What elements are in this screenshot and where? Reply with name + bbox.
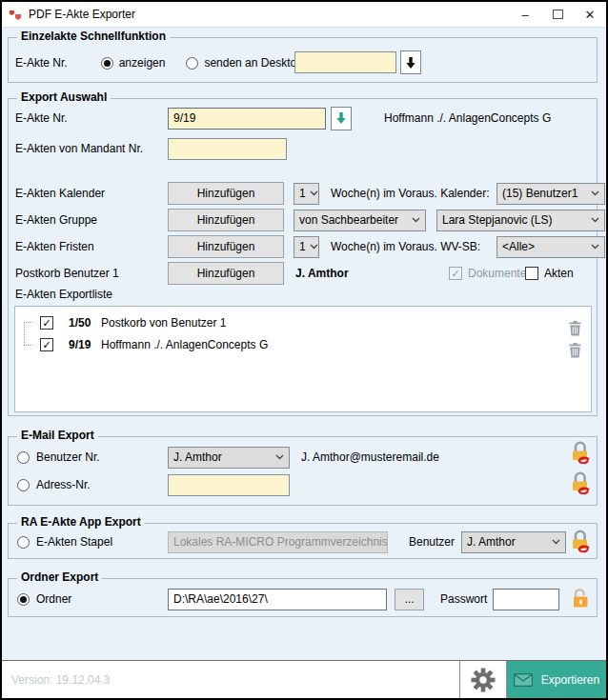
group-einzelakte-schnellfunktion: Einzelakte Schnellfunktion E-Akte Nr. an…	[8, 37, 598, 83]
case-name-text: Hoffmann ./. AnlagenConcepts G	[384, 111, 551, 125]
version-text: Version: 19.12.04.3	[2, 661, 459, 698]
quick-go-button[interactable]	[400, 50, 421, 74]
minimize-icon: –	[521, 8, 528, 22]
email-adress-lock-icon	[570, 469, 592, 500]
kalender-user-select[interactable]: (15) Benutzer1	[497, 183, 605, 205]
chevron-down-icon	[591, 244, 599, 250]
senden-an-desktop-radio[interactable]	[186, 57, 198, 70]
list-item[interactable]: ✓ 1/50 Postkorb von Benutzer 1	[15, 312, 591, 333]
exportliste-listbox[interactable]: ✓ 1/50 Postkorb von Benutzer 1 ✓ 9/19 H	[14, 306, 592, 412]
minimize-button[interactable]: –	[509, 2, 541, 27]
maximize-icon	[553, 10, 563, 19]
gruppe-row: E-Akten Gruppe Hinzufügen von Sachbearbe…	[15, 209, 590, 231]
adress-nr-input[interactable]	[168, 474, 290, 496]
kalender-weeks-select[interactable]: 1	[294, 183, 319, 205]
chevron-down-icon	[591, 190, 599, 196]
anzeigen-radio[interactable]	[101, 57, 113, 70]
envelope-icon	[514, 673, 533, 687]
list-item[interactable]: ✓ 9/19 Hoffmann ./. AnlagenConcepts G	[15, 334, 591, 355]
gruppe-person-select[interactable]: Lara Stepjanovic (LS)	[436, 210, 605, 231]
check-icon: ✓	[42, 318, 51, 329]
chevron-down-icon	[275, 454, 284, 460]
senden-an-desktop-label: senden an Desktop	[204, 56, 302, 70]
list-item-checkbox[interactable]: ✓	[40, 316, 53, 330]
postkorb-hinzufuegen-button[interactable]: Hinzufügen	[168, 262, 284, 285]
group-app-export: RA E-Akte App Export E-Akten Stapel Loka…	[8, 523, 598, 559]
eakte-nr-row: E-Akte Nr. Hoffmann ./. AnlagenConcepts …	[15, 107, 590, 130]
list-item-number: 9/19	[69, 338, 101, 351]
window-title: PDF E-Akte Exporter	[29, 8, 135, 21]
app-benutzer-value: J. Amthor	[467, 535, 516, 549]
passwort-input[interactable]	[493, 589, 559, 610]
ordner-path-input[interactable]	[168, 589, 387, 610]
check-icon: ✓	[42, 340, 51, 350]
kalender-mid-text: Woche(n) im Voraus. Kalender:	[331, 187, 490, 200]
group-email-export: E-Mail Export Benutzer Nr. J. Amthor J. …	[8, 436, 598, 506]
fristen-mid-text: Woche(n) im Voraus. WV-SB:	[331, 240, 480, 253]
adress-nr-radio[interactable]	[17, 479, 30, 491]
postkorb-user-text: J. Amthor	[295, 267, 349, 280]
trash-icon	[569, 343, 581, 358]
quick-eakte-nr-input[interactable]	[294, 51, 396, 73]
gruppe-mode-value: von Sachbearbeiter	[299, 213, 398, 227]
content-area: Einzelakte Schnellfunktion E-Akte Nr. an…	[2, 27, 606, 661]
gruppe-hinzufuegen-button[interactable]: Hinzufügen	[168, 209, 284, 231]
list-item-text: Hoffmann ./. AnlagenConcepts G	[101, 338, 268, 351]
chevron-down-icon	[310, 190, 318, 196]
fristen-wvsb-value: <Alle>	[502, 240, 535, 253]
group-title-email-export: E-Mail Export	[17, 429, 98, 442]
chevron-down-icon	[591, 217, 599, 223]
group-export-auswahl: Export Auswahl E-Akte Nr. Hoffmann ./. A…	[8, 98, 598, 416]
app-benutzer-select[interactable]: J. Amthor	[461, 531, 566, 553]
fristen-label: E-Akten Fristen	[15, 240, 94, 253]
postkorb-row: Postkorb Benutzer 1 Hinzufügen J. Amthor…	[15, 262, 590, 285]
app-icon	[9, 8, 22, 21]
list-item-number: 1/50	[69, 316, 101, 330]
window-controls: – ✕	[509, 2, 606, 27]
settings-button[interactable]	[459, 661, 507, 698]
fristen-hinzufuegen-button[interactable]: Hinzufügen	[168, 235, 284, 258]
kalender-label: E-Akten Kalender	[15, 187, 105, 200]
group-title-einzelakte: Einzelakte Schnellfunktion	[17, 30, 170, 43]
browse-button[interactable]: ...	[395, 589, 424, 610]
benutzer-nr-label: Benutzer Nr.	[36, 450, 100, 464]
gruppe-mode-select[interactable]: von Sachbearbeiter	[294, 210, 426, 231]
close-button[interactable]: ✕	[574, 2, 606, 27]
ordner-lock-icon	[571, 587, 591, 614]
benutzer-nr-row: Benutzer Nr. J. Amthor J. Amthor@mustere…	[17, 446, 590, 469]
dokumente-checkbox[interactable]: ✓	[449, 267, 462, 280]
email-benutzer-select[interactable]: J. Amthor	[168, 447, 290, 469]
footer-bar: Version: 19.12.04.3	[2, 660, 606, 698]
exportieren-button[interactable]: Exportieren	[507, 661, 606, 698]
benutzer-nr-radio[interactable]	[17, 451, 30, 464]
fristen-wvsb-select[interactable]: <Alle>	[497, 236, 605, 258]
kalender-hinzufuegen-button[interactable]: Hinzufügen	[168, 182, 284, 205]
adress-nr-label: Adress-Nr.	[36, 478, 91, 491]
group-title-app-export: RA E-Akte App Export	[17, 515, 145, 529]
app-benutzer-label: Benutzer	[409, 535, 455, 549]
mandant-row: E-Akten von Mandant Nr.	[15, 137, 590, 160]
app-verzeichnis-select: Lokales RA-MICRO Programmverzeichnis	[168, 531, 388, 553]
ordner-radio[interactable]	[17, 593, 30, 606]
kalender-user-value: (15) Benutzer1	[502, 187, 578, 200]
kalender-weeks-value: 1	[299, 187, 306, 200]
maximize-button[interactable]	[541, 2, 574, 27]
fristen-weeks-select[interactable]: 1	[294, 236, 319, 258]
list-item-checkbox[interactable]: ✓	[40, 338, 53, 351]
app-verzeichnis-value: Lokales RA-MICRO Programmverzeichnis	[173, 535, 388, 549]
mandant-input[interactable]	[168, 138, 287, 160]
email-address-text: J. Amthor@musteremail.de	[301, 450, 439, 464]
exportieren-label: Exportieren	[541, 673, 599, 687]
akten-checkbox[interactable]	[525, 267, 538, 280]
titlebar: PDF E-Akte Exporter – ✕	[2, 2, 606, 27]
delete-list-item-button[interactable]	[569, 343, 581, 361]
eakten-stapel-radio[interactable]	[17, 536, 30, 549]
chevron-down-icon	[310, 244, 318, 250]
gear-icon	[471, 668, 496, 692]
check-icon: ✓	[451, 269, 459, 279]
eakte-nr-go-button[interactable]	[331, 107, 352, 130]
group-title-ordner-export: Ordner Export	[17, 570, 102, 584]
down-arrow-teal-icon	[336, 112, 346, 124]
fristen-weeks-value: 1	[299, 240, 306, 253]
eakte-nr-input[interactable]	[168, 108, 326, 130]
